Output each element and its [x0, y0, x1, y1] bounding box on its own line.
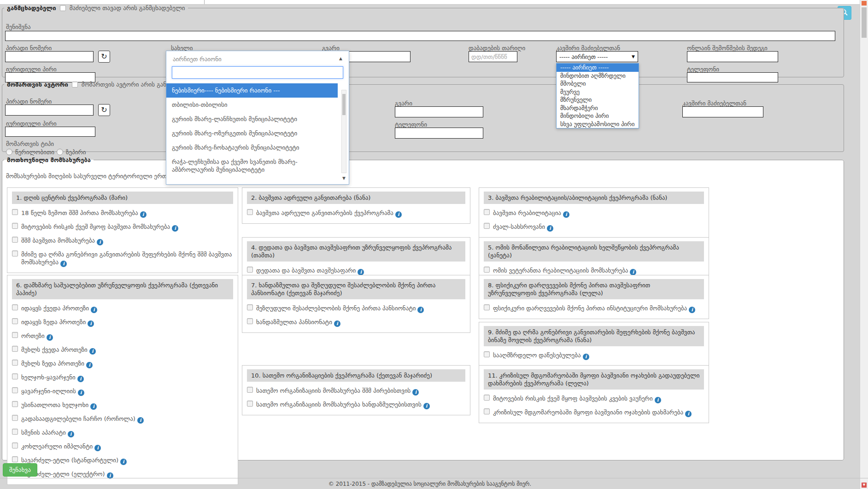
- checkbox[interactable]: [12, 332, 18, 338]
- checkbox[interactable]: [12, 209, 18, 215]
- region-option[interactable]: ნებისმიერი---- ნებისმიერი რაიონი ---: [166, 83, 338, 98]
- info-icon[interactable]: i: [412, 389, 419, 396]
- checkbox[interactable]: [12, 442, 18, 448]
- relation-option[interactable]: მეურვე: [557, 88, 639, 96]
- checkbox[interactable]: [12, 415, 18, 421]
- relation-option[interactable]: მზრუნველი: [557, 96, 639, 104]
- info-icon[interactable]: i: [334, 320, 340, 327]
- checkbox[interactable]: [247, 401, 253, 407]
- scrollbar-bottom-arrow[interactable]: ▼: [862, 483, 867, 488]
- refresh-icon[interactable]: ↻: [98, 51, 110, 63]
- info-icon[interactable]: i: [417, 307, 424, 313]
- radio-written[interactable]: [6, 149, 12, 155]
- checkbox[interactable]: [484, 351, 490, 357]
- info-icon[interactable]: i: [91, 307, 97, 313]
- checkbox[interactable]: [12, 223, 18, 229]
- info-icon[interactable]: i: [685, 411, 692, 417]
- region-option[interactable]: გურიის მხარე-ოზურგეთის მუნიციპალიტეტი: [166, 126, 338, 140]
- info-icon[interactable]: i: [563, 211, 569, 218]
- service-box-title: 5. ომის მონაწილეთა რეაბილიტაციის ხელშეწყ…: [484, 241, 704, 262]
- checkbox[interactable]: [12, 237, 18, 243]
- info-icon[interactable]: i: [583, 354, 589, 360]
- note-input[interactable]: [5, 31, 835, 41]
- info-icon[interactable]: i: [78, 390, 84, 396]
- checkbox[interactable]: [484, 395, 490, 401]
- service-box-title: 1. დღის ცენტრის ქვეპროგრამა (მარი): [12, 192, 233, 204]
- chevron-up-icon[interactable]: ▲: [339, 56, 342, 61]
- chevron-down-icon[interactable]: ▼: [342, 176, 346, 180]
- checkbox[interactable]: [12, 456, 18, 462]
- info-icon[interactable]: i: [86, 362, 93, 368]
- relation-option[interactable]: ----- აირჩიეთ -----: [557, 64, 639, 72]
- scrollbar-thumb[interactable]: [862, 7, 867, 38]
- checkbox[interactable]: [484, 267, 490, 273]
- checkbox[interactable]: [484, 408, 490, 414]
- checkbox[interactable]: [12, 360, 18, 366]
- author-legal-person-input[interactable]: [5, 127, 95, 137]
- relation-option[interactable]: მინდობით აღმზრდელი: [557, 72, 639, 80]
- info-icon[interactable]: i: [60, 261, 67, 267]
- author-self-checkbox[interactable]: [72, 82, 78, 87]
- author-phone-input[interactable]: [395, 128, 483, 139]
- region-option[interactable]: რაჭა-ლეჩხუმისა და ქვემო სვანეთის მხარე-ა…: [166, 155, 338, 177]
- checkbox[interactable]: [247, 267, 253, 273]
- online-check-input[interactable]: [687, 51, 778, 62]
- birth-date-input[interactable]: [469, 51, 517, 62]
- info-icon[interactable]: i: [120, 459, 127, 465]
- checkbox[interactable]: [484, 304, 490, 310]
- region-option[interactable]: გურიის მხარე-ჩოხატაურის მუნიციპალიტეტი: [166, 140, 338, 155]
- checkbox[interactable]: [12, 250, 18, 256]
- checkbox[interactable]: [247, 387, 253, 393]
- checkbox[interactable]: [12, 373, 18, 379]
- dropdown-scrollbar-thumb[interactable]: [342, 94, 346, 115]
- region-option[interactable]: თბილისი-თბილისი: [166, 98, 338, 112]
- info-icon[interactable]: i: [395, 211, 402, 218]
- checkbox[interactable]: [247, 304, 253, 310]
- info-icon[interactable]: i: [547, 225, 553, 232]
- save-button[interactable]: შენახვა: [3, 463, 37, 477]
- checkbox[interactable]: [12, 304, 18, 310]
- applicant-self-checkbox[interactable]: [60, 5, 66, 11]
- checkbox[interactable]: [12, 429, 18, 435]
- info-icon[interactable]: i: [68, 431, 74, 437]
- info-icon[interactable]: i: [423, 403, 430, 409]
- region-search-input[interactable]: [172, 66, 343, 79]
- checkbox[interactable]: [12, 346, 18, 352]
- info-icon[interactable]: i: [47, 334, 53, 341]
- info-icon[interactable]: i: [77, 376, 84, 382]
- relation-option[interactable]: მშობელი: [557, 80, 639, 88]
- relation-option[interactable]: მხარდამჭერი: [557, 104, 639, 112]
- checkbox[interactable]: [247, 209, 253, 215]
- personal-number-input[interactable]: [5, 51, 94, 62]
- author-relation-input[interactable]: [682, 106, 763, 117]
- radio-verbal[interactable]: [57, 149, 63, 155]
- checkbox[interactable]: [484, 209, 490, 215]
- info-icon[interactable]: i: [655, 397, 661, 403]
- info-icon[interactable]: i: [89, 348, 96, 355]
- page-scrollbar[interactable]: [860, 0, 868, 489]
- info-icon[interactable]: i: [140, 211, 147, 218]
- scrollbar-top-marker[interactable]: [862, 1, 867, 6]
- region-option[interactable]: გურიის მხარე-ლანჩხუთის მუნიციპალიტეტი: [166, 112, 338, 126]
- relation-select[interactable]: ----- აირჩიეთ ----- ▼: [556, 51, 638, 62]
- relation-option[interactable]: სხვა უფლებამოსილი პირი: [557, 120, 639, 128]
- author-last-name-input[interactable]: [395, 106, 483, 117]
- info-icon[interactable]: i: [97, 239, 103, 245]
- dropdown-scrollbar[interactable]: [341, 90, 346, 173]
- info-icon[interactable]: i: [90, 403, 97, 410]
- info-icon[interactable]: i: [94, 445, 101, 451]
- info-icon[interactable]: i: [88, 320, 94, 327]
- info-icon[interactable]: i: [358, 269, 364, 275]
- info-icon[interactable]: i: [630, 269, 636, 275]
- info-icon[interactable]: i: [689, 307, 695, 313]
- checkbox[interactable]: [12, 387, 18, 393]
- refresh-icon[interactable]: ↻: [98, 104, 110, 116]
- author-personal-number-input[interactable]: [5, 105, 94, 116]
- checkbox[interactable]: [484, 223, 490, 229]
- checkbox[interactable]: [12, 401, 18, 407]
- checkbox[interactable]: [12, 318, 18, 324]
- info-icon[interactable]: i: [172, 225, 178, 232]
- info-icon[interactable]: i: [137, 417, 144, 424]
- checkbox[interactable]: [247, 318, 253, 324]
- relation-option[interactable]: მინდობილი პირი: [557, 112, 639, 120]
